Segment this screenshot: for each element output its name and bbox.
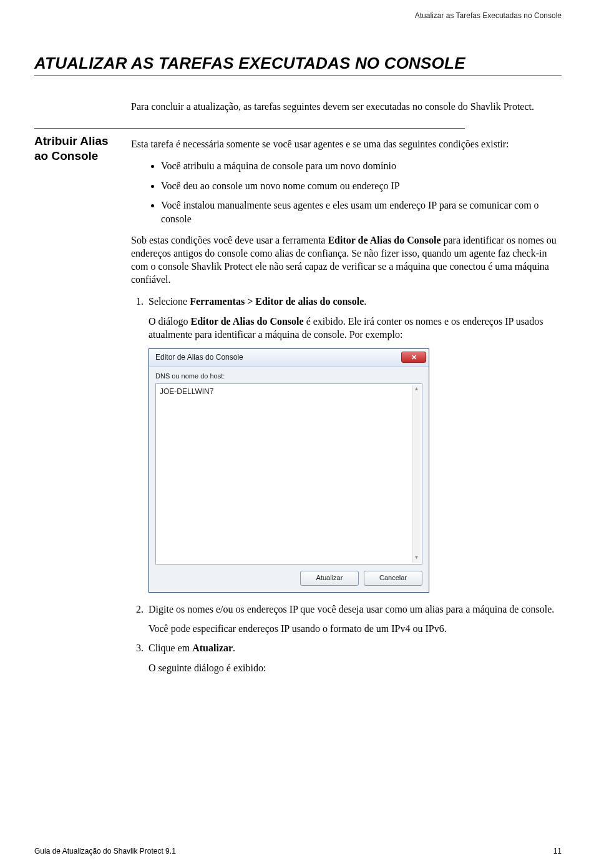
step-sub-text: O diálogo [149, 316, 191, 327]
update-button[interactable]: Atualizar [300, 571, 359, 586]
step-text: . [233, 643, 235, 653]
footer-page-number: 11 [553, 847, 562, 856]
condition-intro: Esta tarefa é necessária somente se você… [131, 137, 562, 150]
main-column: Para concluir a atualização, as tarefas … [131, 100, 562, 681]
body-text: Sob estas condições você deve usar a fer… [131, 235, 328, 245]
body-paragraph: Sob estas condições você deve usar a fer… [131, 234, 562, 286]
step-text: Selecione [149, 296, 190, 307]
close-icon: ✕ [411, 354, 417, 361]
close-button[interactable]: ✕ [401, 352, 426, 363]
scroll-up-icon[interactable]: ▲ [412, 385, 421, 394]
step-text: . [364, 296, 366, 307]
ordered-steps: Selecione Ferramentas > Editor de alias … [146, 295, 562, 674]
dialog-titlebar: Editor de Alias do Console ✕ [149, 349, 429, 367]
dialog-body: DNS ou nome do host: JOE-DELLWIN7 ▲ ▼ At… [149, 367, 429, 592]
cancel-button[interactable]: Cancelar [364, 571, 422, 586]
page-footer: Guia de Atualização do Shavlik Protect 9… [34, 847, 562, 856]
list-item: Você atribuiu a máquina de console para … [161, 159, 562, 173]
step-bold: Atualizar [192, 643, 233, 653]
list-item: Você deu ao console um novo nome comum o… [161, 179, 562, 193]
sidebar: Atribuir Alias ao Console [34, 100, 131, 681]
alias-value: JOE-DELLWIN7 [160, 387, 213, 396]
step-sub: Você pode especificar endereços IP usand… [149, 622, 562, 635]
step-3: Clique em Atualizar. O seguinte diálogo … [146, 641, 562, 674]
dialog-button-row: Atualizar Cancelar [155, 571, 422, 586]
content-area: Atribuir Alias ao Console Para concluir … [34, 100, 562, 681]
dialog-title: Editor de Alias do Console [155, 352, 401, 362]
dns-host-label: DNS ou nome do host: [155, 372, 422, 381]
scroll-down-icon[interactable]: ▼ [412, 554, 421, 563]
running-header: Atualizar as Tarefas Executadas no Conso… [415, 11, 562, 20]
list-item: Você instalou manualmente seus agentes e… [161, 199, 562, 225]
condition-list: Você atribuiu a máquina de console para … [161, 159, 562, 225]
dialog-screenshot: Editor de Alias do Console ✕ DNS ou nome… [149, 348, 562, 593]
intro-paragraph: Para concluir a atualização, as tarefas … [131, 100, 562, 113]
step-sub-bold: Editor de Alias do Console [191, 316, 304, 327]
step-1: Selecione Ferramentas > Editor de alias … [146, 295, 562, 593]
scrollbar[interactable]: ▲ ▼ [412, 385, 421, 563]
step-sub: O diálogo Editor de Alias do Console é e… [149, 315, 562, 341]
alias-textarea[interactable]: JOE-DELLWIN7 ▲ ▼ [155, 383, 422, 565]
page-title: ATUALIZAR AS TAREFAS EXECUTADAS NO CONSO… [34, 54, 562, 76]
step-sub: O seguinte diálogo é exibido: [149, 661, 562, 674]
step-2: Digite os nomes e/ou os endereços IP que… [146, 603, 562, 636]
page-title-text: ATUALIZAR AS TAREFAS EXECUTADAS NO CONSO… [34, 54, 562, 73]
section-rule [34, 128, 465, 129]
body-bold: Editor de Alias do Console [328, 235, 441, 245]
step-bold: Ferramentas > Editor de alias do console [190, 296, 364, 307]
step-text: Digite os nomes e/ou os endereços IP que… [149, 604, 554, 614]
section-heading: Atribuir Alias ao Console [34, 134, 131, 164]
step-text: Clique em [149, 643, 192, 653]
section-heading-line1: Atribuir Alias [34, 134, 109, 147]
section-heading-line2: ao Console [34, 149, 98, 162]
console-alias-editor-dialog: Editor de Alias do Console ✕ DNS ou nome… [149, 348, 429, 593]
footer-left: Guia de Atualização do Shavlik Protect 9… [34, 847, 176, 856]
